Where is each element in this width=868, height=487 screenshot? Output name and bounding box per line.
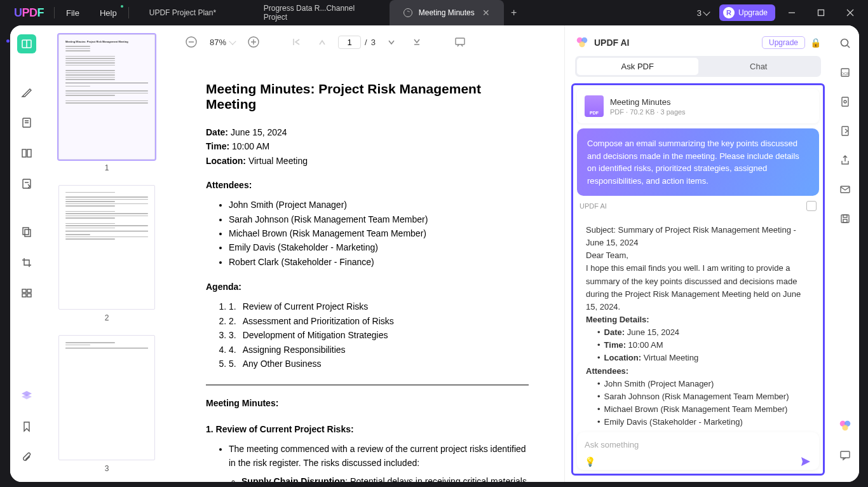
current-page-input[interactable] [338,36,361,49]
svg-rect-1 [818,10,824,16]
ai-upgrade-button[interactable]: Upgrade [762,36,805,49]
svg-rect-46 [841,451,850,458]
highlight-tool[interactable] [17,83,36,102]
list-item: Time: 10:00 AM [597,339,810,352]
user-prompt-bubble: Compose an email summarizing the key poi… [577,128,819,196]
ask-pdf-tab[interactable]: Ask PDF [577,58,698,75]
list-item: John Smith (Project Manager) [229,198,529,212]
tab-progress-data[interactable]: Progress Data R...Channel Project [250,0,390,25]
response-text: Attendees: [586,365,810,378]
response-source-label: UPDF AI [580,202,607,210]
thumbnail-2[interactable]: 2 [58,185,155,323]
svg-rect-14 [25,230,31,237]
zoom-out-button[interactable] [182,32,201,51]
ai-toggle-button[interactable] [837,418,853,434]
first-page-button[interactable] [287,32,306,51]
zoom-in-button[interactable] [244,32,263,51]
notification-dot-icon [121,5,123,8]
attendees-label: Attendees: [206,180,252,190]
ai-file-card[interactable]: PDF Meeting Minutes PDF · 70.2 KB · 3 pa… [577,89,819,123]
tab-meeting-minutes[interactable]: Meeting Minutes ✕ [390,0,504,25]
file-meta: Meeting Minutes PDF · 70.2 KB · 3 pages [610,97,686,116]
maximize-button[interactable] [808,0,834,25]
next-page-button[interactable] [382,32,401,51]
page-title: Meeting Minutes: Project Risk Management… [206,81,529,112]
export-button[interactable] [837,123,853,139]
zoom-value: 87% [210,38,226,47]
copy-icon[interactable] [806,201,817,211]
compress-button[interactable] [837,94,853,109]
location-label: Location: [206,156,246,166]
thumbnail-image [58,185,155,310]
svg-rect-39 [841,186,850,193]
reader-tool[interactable] [17,34,36,53]
save-button[interactable] [837,211,853,226]
upgrade-button[interactable]: RUpgrade [719,4,775,21]
close-tab-icon[interactable]: ✕ [476,8,490,18]
agenda-list: 1.Review of Current Project Risks 2.Asse… [229,299,529,371]
response-text: Meeting Details: [586,313,810,326]
chat-tab[interactable]: Chat [698,58,820,75]
app-body: Meeting Minutes: Project Risk Management… [10,25,859,482]
menu-file[interactable]: File [56,0,90,25]
svg-rect-9 [22,149,26,157]
search-button[interactable] [837,36,853,51]
layers-tool[interactable] [17,387,36,406]
tab-count-dropdown[interactable]: 3 [691,6,715,20]
list-item: 5.Any Other Business [229,357,529,371]
list-item: 2.Assessment and Prioritization of Risks [229,314,529,328]
comment-button[interactable] [837,448,853,463]
right-toolbar: OCR [831,25,859,482]
crop-tool[interactable] [17,253,36,272]
presentation-button[interactable] [451,32,470,51]
tab-label: Meeting Minutes [419,8,475,17]
ai-panel: UPDF AI Upgrade 🔒 Ask PDF Chat PDF Meeti… [564,25,831,482]
svg-rect-42 [843,219,847,223]
close-window-button[interactable] [837,0,863,25]
prev-page-button[interactable] [313,32,332,51]
email-button[interactable] [837,182,853,197]
last-page-button[interactable] [407,32,426,51]
attachment-tool[interactable] [17,448,36,467]
send-button[interactable] [800,456,811,467]
response-text: Subject: Summary of Project Risk Managem… [586,224,810,249]
document-scroll[interactable]: Meeting Minutes: Project Risk Management… [170,58,564,482]
thumbnail-image [58,335,155,460]
divider [54,7,55,18]
page-indicator: / 3 [338,36,376,49]
list-item: Sarah Johnson (Risk Management Team Memb… [229,212,529,226]
menu-help[interactable]: Help [90,0,127,25]
ocr-button[interactable]: OCR [837,65,853,80]
chevron-down-icon [229,38,236,45]
redact-tool[interactable] [17,223,36,242]
add-tab-button[interactable]: + [504,0,524,25]
tab-label: UPDF Project Plan* [149,8,216,17]
tab-project-plan[interactable]: UPDF Project Plan* [135,0,250,25]
svg-line-33 [848,46,850,48]
form-tool[interactable] [17,174,36,193]
svg-rect-26 [456,38,465,45]
list-item: Sarah Johnson (Risk Management Team Memb… [597,390,810,403]
time-value: 10:00 AM [229,141,269,151]
lightbulb-icon[interactable]: 💡 [585,456,595,467]
bookmark-tool[interactable] [17,417,36,436]
list-item: Robert Clark (Stakeholder - Finance) [229,255,529,269]
zoom-level-dropdown[interactable]: 87% [207,38,238,47]
share-button[interactable] [837,153,853,168]
thumbnail-1[interactable]: Meeting Minutes: Project Risk Management… [58,34,155,172]
ai-header: UPDF AI Upgrade 🔒 [571,33,825,56]
thumbnail-3[interactable]: 3 [58,335,155,473]
organize-tool[interactable] [17,284,36,303]
ai-response-bubble: Subject: Summary of Project Risk Managem… [577,216,819,427]
document-toolbar: 87% / 3 [170,25,564,58]
svg-rect-40 [841,215,849,223]
minimize-button[interactable] [779,0,804,25]
list-item: The meeting commenced with a review of t… [229,442,529,482]
divider [128,7,129,18]
lock-icon[interactable]: 🔒 [810,38,821,48]
edit-text-tool[interactable] [17,113,36,132]
list-item: Emily Davis (Stakeholder - Marketing) [597,416,810,427]
page-layout-tool[interactable] [17,144,36,163]
ai-prompt-input[interactable] [585,437,811,456]
titlebar: UPDF File Help UPDF Project Plan* Progre… [0,0,868,25]
